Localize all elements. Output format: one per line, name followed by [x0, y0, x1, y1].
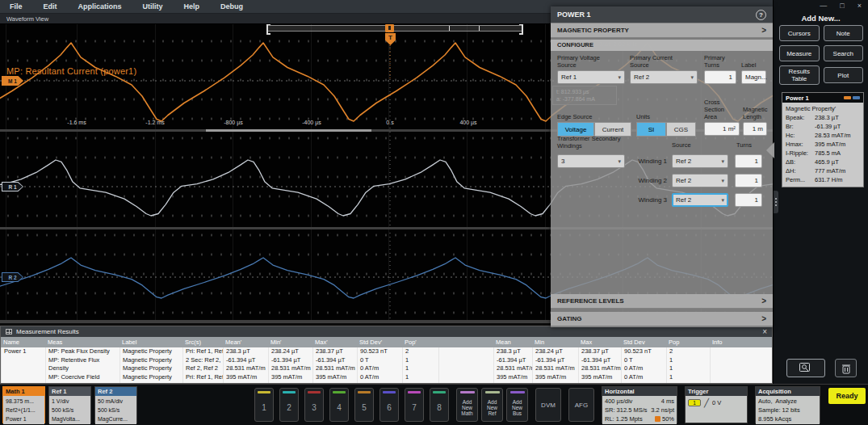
add-note-button[interactable]: Note	[824, 25, 864, 41]
menu-item-utility[interactable]: Utility	[143, 2, 163, 11]
transformer-secondary-windings-dropdown[interactable]: 3 ▾	[557, 154, 625, 168]
overview-trigger-marker-icon[interactable]	[385, 24, 394, 32]
horizontal-row: SR: 312.5 MS/s3.2 ns/pt	[605, 406, 674, 414]
results-cell-line: 28.531 mAT/m	[497, 364, 532, 373]
section-reference-levels[interactable]: REFERENCE LEVELS >	[551, 294, 773, 309]
cross-section-area-input[interactable]: 1 m²	[704, 122, 740, 136]
trigger-level: 0 V	[712, 399, 721, 406]
badge-title: Math 1	[3, 387, 44, 396]
horizontal-value-right: 4 ms	[661, 397, 674, 406]
results-cell: 238.24 µT-61.394 µT28.531 mAT/m395 mAT/m	[532, 347, 578, 383]
panel-drag-handle[interactable]	[774, 191, 778, 213]
afg-button[interactable]: AFG	[568, 388, 594, 422]
add-cursors-button[interactable]: Cursors	[779, 25, 820, 41]
winding-2-turns-input[interactable]: 1	[735, 174, 762, 187]
overview-left-bracket-icon[interactable]	[266, 24, 270, 35]
menu-item-applications[interactable]: Applications	[78, 2, 122, 11]
bottom-bar-spacer	[140, 386, 251, 423]
time-axis-label: -1.6 ms	[67, 120, 86, 125]
winding-3-turns-input[interactable]: 1	[735, 193, 762, 207]
add-new-ref-button[interactable]: AddNewRef	[481, 388, 503, 422]
badge-math1[interactable]: Math 198.375 m...Ref2+(1/1...Power 1	[2, 386, 45, 423]
menu-item-edit[interactable]: Edit	[44, 2, 57, 11]
close-icon[interactable]: ×	[762, 327, 767, 337]
trigger-panel[interactable]: Trigger 1 ╱ 0 V	[685, 386, 748, 423]
results-cell-line	[713, 373, 758, 382]
channel-3-button[interactable]: 3	[304, 388, 324, 422]
results-table-header-row: NameMeasLabelSrc(s)Mean'Min'Max'Std Dev'…	[1, 337, 772, 347]
section-magnetic-property[interactable]: MAGNETIC PROPERTY >	[551, 23, 773, 38]
results-cell-line: 90.523 nT	[360, 347, 402, 356]
acquisition-line: Auto, Analyze	[758, 397, 817, 406]
winding-2-source-dropdown[interactable]: Ref 2▾	[672, 174, 728, 187]
add-results-table-button[interactable]: Results Table	[779, 65, 820, 85]
results-cell-line: 28.531 mAT/m	[581, 364, 621, 373]
results-cell: 2111	[666, 347, 710, 383]
section-gating[interactable]: GATING >	[551, 312, 773, 326]
stat-label: ΔH:	[786, 166, 815, 175]
channel-4-button[interactable]: 4	[329, 388, 349, 422]
magnetic-length-input[interactable]: 1 m	[743, 122, 767, 136]
add-new-math-button[interactable]: AddNewMath	[456, 388, 478, 422]
winding-3-source-dropdown[interactable]: Ref 2▾	[672, 193, 728, 207]
results-cell-line: 0 AT/m	[624, 373, 666, 382]
acquisition-panel[interactable]: Acquisition Auto, AnalyzeSample: 12 bits…	[755, 386, 820, 423]
delete-button[interactable]	[835, 359, 857, 377]
channel-7-button[interactable]: 7	[405, 388, 424, 422]
results-table-row[interactable]: Power 1 MP: Peak Flux DensityMP: Retenti…	[1, 347, 772, 383]
results-cell-line: -61.394 µT	[497, 356, 532, 365]
channel-8-button[interactable]: 8	[430, 388, 449, 422]
power1-results-badge[interactable]: Power 1 Magnetic Property' Bpeak:238.3 µ…	[782, 92, 864, 187]
menu-item-file[interactable]: File	[10, 2, 23, 11]
horizontal-panel[interactable]: Horizontal 400 µs/div4 msSR: 312.5 MS/s3…	[602, 386, 677, 423]
channel-6-button[interactable]: 6	[379, 388, 399, 422]
help-icon[interactable]: ?	[756, 10, 766, 20]
label-field: Label Magn...	[741, 54, 766, 84]
menu-item-help[interactable]: Help	[184, 2, 200, 11]
badge-detail-line: 98.375 m...	[6, 397, 42, 406]
horizontal-row: RL: 1.25 Mpts50%	[605, 414, 674, 423]
add-new-bus-button[interactable]: AddNewBus	[506, 388, 528, 422]
dvm-button[interactable]: DVM	[535, 388, 561, 422]
add-plot-button[interactable]: Plot	[824, 67, 864, 83]
winding-1-source-dropdown[interactable]: Ref 2▾	[672, 154, 728, 168]
units-option-si[interactable]: SI	[636, 122, 666, 137]
config-panel-title-bar[interactable]: POWER 1 ?	[551, 6, 773, 23]
winding-3-source-value: Ref 2	[676, 196, 691, 204]
stat-label: ΔB:	[786, 158, 815, 166]
channel-5-button[interactable]: 5	[354, 388, 374, 422]
bottom-settings-bar: Math 198.375 m...Ref2+(1/1...Power 1Ref …	[0, 384, 868, 425]
primary-current-source-dropdown[interactable]: Ref 2 ▾	[630, 70, 698, 84]
badge-ref1[interactable]: Ref 11 V/div500 kS/sMagVolta...	[48, 386, 91, 423]
menu-item-debug[interactable]: Debug	[220, 2, 243, 11]
close-icon[interactable]: ×	[858, 2, 862, 10]
units-option-cgs[interactable]: CGS	[666, 122, 696, 137]
acquisition-line: 8.955 kAcqs	[758, 414, 817, 423]
results-cell-line: 2	[669, 347, 710, 356]
results-cell: 90.523 nT0 T0 AT/m0 AT/m	[357, 347, 402, 383]
results-column-header: Min'	[268, 337, 312, 347]
results-table-tools	[786, 359, 857, 377]
winding-1-turns-input[interactable]: 1	[735, 154, 762, 168]
zoom-results-button[interactable]	[786, 359, 825, 377]
channel-2-button[interactable]: 2	[279, 388, 299, 422]
time-axis-label: -800 µs	[224, 120, 243, 125]
results-column-header: Std Dev'	[357, 337, 402, 347]
config-panel-title: POWER 1	[557, 11, 591, 19]
badge-ref2[interactable]: Ref 250 mA/div500 kS/sMagCurre...	[94, 386, 137, 423]
badge-stat-row: Hmax:395 mAT/m	[786, 140, 860, 149]
add-measure-button[interactable]: Measure	[779, 45, 820, 61]
power1-badge-source-chips	[844, 96, 860, 99]
overview-right-bracket-icon[interactable]	[519, 24, 523, 35]
minimize-icon[interactable]: —	[820, 2, 827, 10]
measurement-results-title-bar[interactable]: Measurement Results ×	[1, 326, 772, 337]
horizontal-overview-bar[interactable]	[266, 25, 523, 32]
results-cell-line: 395 mAT/m	[226, 373, 268, 382]
primary-turns-input[interactable]: 1	[704, 70, 736, 84]
primary-voltage-source-dropdown[interactable]: Ref 1 ▾	[557, 70, 625, 84]
add-search-button[interactable]: Search	[824, 45, 864, 61]
label-input[interactable]: Magn...	[741, 70, 766, 84]
channel-1-button[interactable]: 1	[254, 388, 274, 422]
restore-icon[interactable]: □	[840, 2, 844, 10]
results-cell-line: 238.3 µT	[497, 347, 532, 356]
